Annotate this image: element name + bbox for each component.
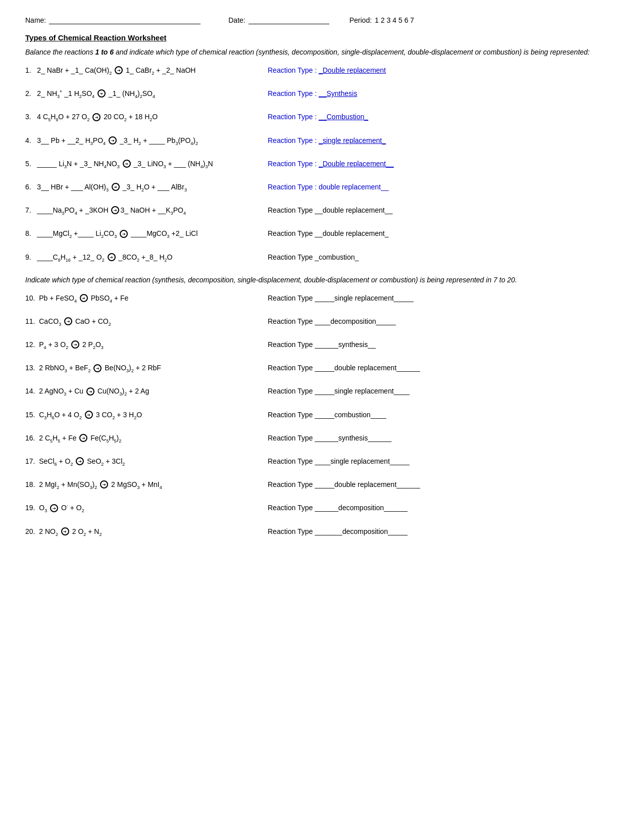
reaction-9-type: Reaction Type _combustion_ xyxy=(268,252,619,263)
reaction-16-num: 16. xyxy=(25,434,35,442)
reaction-18-type: Reaction Type _____double replacement___… xyxy=(268,479,619,490)
reaction-19-num: 19. xyxy=(25,504,35,512)
reaction-2-num: 2. xyxy=(25,89,35,97)
reaction-6-equation: 6. 3__ HBr + ___ Al(OH)3 _3_ H2O + ___ A… xyxy=(25,181,268,193)
reaction-3: 3. 4 C5H9O + 27 O2 20 CO2 + 18 H2O React… xyxy=(25,111,619,123)
reaction-17-type: Reaction Type ____single replacement____… xyxy=(268,456,619,467)
period-numbers: 1 2 3 4 5 6 7 xyxy=(375,16,414,24)
reaction-6-num: 6. xyxy=(25,183,35,191)
reaction-7-num: 7. xyxy=(25,206,35,214)
reaction-5-num: 5. xyxy=(25,160,35,168)
reaction-13-num: 13. xyxy=(25,364,35,372)
reaction-1-type: Reaction Type : _Double replacement xyxy=(268,65,619,76)
reaction-2-type: Reaction Type : __Synthesis xyxy=(268,88,619,99)
reaction-9: 9. ____C8H16 + _12_ O2 _8CO2 +_8_ H2O Re… xyxy=(25,252,619,264)
reaction-14: 14. 2 AgNO3 + Cu Cu(NO3)2 + 2 Ag Reactio… xyxy=(25,385,619,398)
reaction-12-type: Reaction Type ______synthesis__ xyxy=(268,339,619,350)
reaction-13: 13. 2 RbNO3 + BeF2 Be(NO3)2 + 2 RbF Reac… xyxy=(25,362,619,374)
reaction-8-type: Reaction Type __double replacement_ xyxy=(268,228,619,239)
reaction-3-num: 3. xyxy=(25,113,35,121)
date-label: Date: xyxy=(228,16,245,24)
reaction-8: 8. ____MgCl2 +____ Li2CO3 ____MgCO3 +2_ … xyxy=(25,228,619,240)
reaction-10-num: 10. xyxy=(25,294,35,302)
reaction-6-type: Reaction Type : double replacement__ xyxy=(268,181,619,192)
reaction-13-type: Reaction Type _____double replacement___… xyxy=(268,362,619,373)
name-field[interactable] xyxy=(49,15,201,24)
reaction-18: 18. 2 MgI2 + Mn(SO3)2 2 MgSO3 + MnI4 Rea… xyxy=(25,479,619,491)
reaction-2-equation: 2. 2_ NH3+ _1 H2SO4 _1_ (NH4)2SO4 xyxy=(25,88,268,100)
reaction-8-num: 8. xyxy=(25,229,35,237)
reaction-4-type: Reaction Type : _single replacement_ xyxy=(268,135,619,146)
reaction-14-num: 14. xyxy=(25,387,35,395)
reaction-11: 11. CaCO3 CaO + CO2 Reaction Type ____de… xyxy=(25,316,619,328)
reaction-19: 19. O3 O- + O2 Reaction Type ______decom… xyxy=(25,502,619,514)
reaction-7-type: Reaction Type __double replacement__ xyxy=(268,205,619,216)
reaction-5: 5. _____ Li3N + _3_ NH4NO3 _3_ LiNO3 + _… xyxy=(25,158,619,170)
reaction-20: 20. 2 NO2 2 O2 + N2 Reaction Type ______… xyxy=(25,526,619,538)
reaction-11-equation: 11. CaCO3 CaO + CO2 xyxy=(25,316,268,328)
reaction-11-num: 11. xyxy=(25,317,35,325)
reaction-11-type: Reaction Type ____decomposition_____ xyxy=(268,316,619,327)
reaction-17-num: 17. xyxy=(25,457,35,465)
reaction-20-type: Reaction Type _______decomposition_____ xyxy=(268,526,619,537)
reaction-14-type: Reaction Type _____single replacement___… xyxy=(268,385,619,397)
reaction-19-type: Reaction Type ______decomposition______ xyxy=(268,502,619,513)
reaction-16-equation: 16. 2 C5H5 + Fe Fe(C5H5)2 xyxy=(25,432,268,445)
reaction-5-type: Reaction Type : _Double replacement__ xyxy=(268,158,619,169)
reaction-10: 10. Pb + FeSO4 PbSO4 + Fe Reaction Type … xyxy=(25,292,619,305)
reaction-10-type: Reaction Type _____single replacement___… xyxy=(268,292,619,304)
reaction-2: 2. 2_ NH3+ _1 H2SO4 _1_ (NH4)2SO4 Reacti… xyxy=(25,88,619,100)
name-label: Name: xyxy=(25,16,46,24)
reaction-17: 17. SeCl6 + O2 SeO2 + 3Cl2 Reaction Type… xyxy=(25,456,619,468)
instructions2: Indicate which type of chemical reaction… xyxy=(25,275,619,285)
reaction-15: 15. C3H6O + 4 O2 3 CO2 + 3 H2O Reaction … xyxy=(25,409,619,421)
reaction-12-num: 12. xyxy=(25,340,35,349)
reaction-20-equation: 20. 2 NO2 2 O2 + N2 xyxy=(25,526,268,538)
reaction-15-num: 15. xyxy=(25,411,35,419)
reaction-3-type: Reaction Type : __Combustion_ xyxy=(268,111,619,122)
reaction-18-num: 18. xyxy=(25,480,35,488)
reaction-4: 4. 3__ Pb + __2_ H3PO4 _3_ H2 + ____ Pb3… xyxy=(25,135,619,147)
reaction-7-equation: 7. ____Na3PO4 + _3KOH 3_ NaOH + __K3PO4 xyxy=(25,205,268,217)
worksheet-title: Types of Chemical Reaction Worksheet xyxy=(25,33,619,42)
reaction-1-num: 1. xyxy=(25,66,35,74)
reaction-1-equation: 1. 2_ NaBr + _1_ Ca(OH)2 1_ CaBr2 + _2_ … xyxy=(25,65,268,77)
period-label: Period: xyxy=(350,16,372,24)
reaction-19-equation: 19. O3 O- + O2 xyxy=(25,502,268,514)
reaction-20-num: 20. xyxy=(25,527,35,535)
reaction-13-equation: 13. 2 RbNO3 + BeF2 Be(NO3)2 + 2 RbF xyxy=(25,362,268,374)
reaction-4-equation: 4. 3__ Pb + __2_ H3PO4 _3_ H2 + ____ Pb3… xyxy=(25,135,268,147)
reaction-1: 1. 2_ NaBr + _1_ Ca(OH)2 1_ CaBr2 + _2_ … xyxy=(25,65,619,77)
date-field[interactable] xyxy=(249,15,329,24)
reaction-12-equation: 12. P4 + 3 O2 2 P2O3 xyxy=(25,339,268,351)
reaction-9-equation: 9. ____C8H16 + _12_ O2 _8CO2 +_8_ H2O xyxy=(25,252,268,264)
reaction-16-type: Reaction Type ______synthesis______ xyxy=(268,432,619,444)
reaction-12: 12. P4 + 3 O2 2 P2O3 Reaction Type _____… xyxy=(25,339,619,351)
header: Name: Date: Period: 1 2 3 4 5 6 7 xyxy=(25,15,619,24)
reaction-15-equation: 15. C3H6O + 4 O2 3 CO2 + 3 H2O xyxy=(25,409,268,421)
reaction-5-equation: 5. _____ Li3N + _3_ NH4NO3 _3_ LiNO3 + _… xyxy=(25,158,268,170)
reaction-3-equation: 3. 4 C5H9O + 27 O2 20 CO2 + 18 H2O xyxy=(25,111,268,123)
reaction-14-equation: 14. 2 AgNO3 + Cu Cu(NO3)2 + 2 Ag xyxy=(25,385,268,398)
reaction-7: 7. ____Na3PO4 + _3KOH 3_ NaOH + __K3PO4 … xyxy=(25,205,619,217)
reaction-10-equation: 10. Pb + FeSO4 PbSO4 + Fe xyxy=(25,292,268,305)
reaction-15-type: Reaction Type _____combustion____ xyxy=(268,409,619,420)
instructions1: Balance the reactions 1 to 6 and indicat… xyxy=(25,47,619,58)
reaction-6: 6. 3__ HBr + ___ Al(OH)3 _3_ H2O + ___ A… xyxy=(25,181,619,193)
title-section: Types of Chemical Reaction Worksheet Bal… xyxy=(25,33,619,58)
reaction-16: 16. 2 C5H5 + Fe Fe(C5H5)2 Reaction Type … xyxy=(25,432,619,445)
reaction-18-equation: 18. 2 MgI2 + Mn(SO3)2 2 MgSO3 + MnI4 xyxy=(25,479,268,491)
reaction-9-num: 9. xyxy=(25,253,35,261)
reaction-8-equation: 8. ____MgCl2 +____ Li2CO3 ____MgCO3 +2_ … xyxy=(25,228,268,240)
reaction-4-num: 4. xyxy=(25,136,35,144)
reaction-17-equation: 17. SeCl6 + O2 SeO2 + 3Cl2 xyxy=(25,456,268,468)
